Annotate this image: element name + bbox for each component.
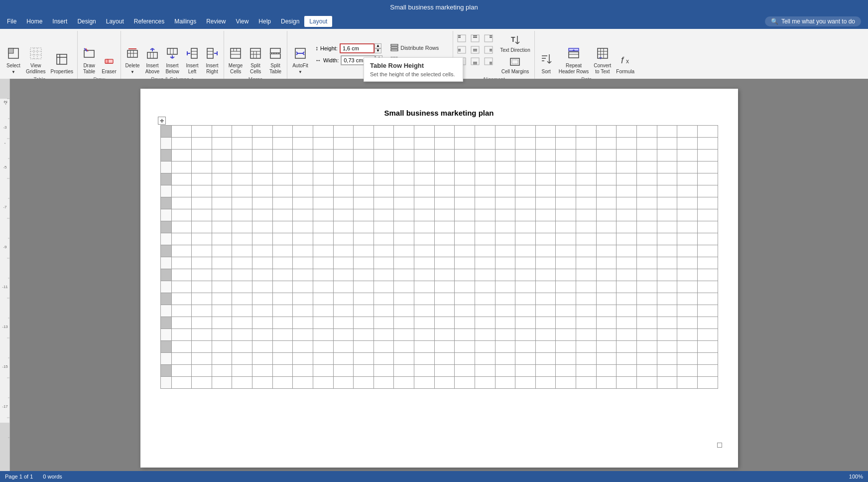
table-cell[interactable] bbox=[434, 161, 455, 173]
autofit-button[interactable]: AutoFit ▼ bbox=[289, 33, 311, 76]
table-cell[interactable] bbox=[192, 305, 212, 317]
table-cell[interactable] bbox=[596, 341, 617, 353]
table-cell[interactable] bbox=[576, 173, 597, 185]
table-cell[interactable] bbox=[515, 138, 536, 150]
table-cell[interactable] bbox=[212, 329, 232, 341]
table-cell[interactable] bbox=[252, 221, 273, 233]
table-cell[interactable] bbox=[414, 305, 435, 317]
table-cell[interactable] bbox=[617, 293, 637, 305]
table-cell[interactable] bbox=[192, 329, 212, 341]
table-cell[interactable] bbox=[333, 233, 354, 245]
table-cell[interactable] bbox=[636, 138, 657, 150]
table-cell[interactable] bbox=[617, 341, 637, 353]
table-cell[interactable] bbox=[677, 305, 698, 317]
table-cell[interactable] bbox=[414, 138, 435, 150]
table-cell[interactable] bbox=[333, 185, 354, 197]
table-cell[interactable] bbox=[576, 233, 597, 245]
table-cell[interactable] bbox=[515, 173, 536, 185]
table-cell[interactable] bbox=[657, 126, 677, 138]
table-cell[interactable] bbox=[313, 221, 333, 233]
table-cell[interactable] bbox=[192, 161, 212, 173]
table-cell[interactable] bbox=[576, 245, 597, 257]
table-cell[interactable] bbox=[535, 209, 556, 221]
table-cell[interactable] bbox=[495, 185, 515, 197]
table-cell[interactable] bbox=[171, 161, 192, 173]
text-direction-button[interactable]: T Text Direction bbox=[498, 33, 532, 54]
table-cell[interactable] bbox=[354, 245, 374, 257]
table-cell[interactable] bbox=[617, 281, 637, 293]
table-cell[interactable] bbox=[596, 161, 617, 173]
table-cell[interactable] bbox=[373, 293, 394, 305]
table-cell[interactable] bbox=[576, 341, 597, 353]
table-cell[interactable] bbox=[475, 138, 495, 150]
table-cell[interactable] bbox=[192, 281, 212, 293]
table-cell[interactable] bbox=[192, 185, 212, 197]
table-cell[interactable] bbox=[576, 161, 597, 173]
table-cell[interactable] bbox=[495, 161, 515, 173]
table-cell[interactable] bbox=[232, 305, 252, 317]
table-cell[interactable] bbox=[455, 209, 475, 221]
table-cell[interactable] bbox=[272, 185, 293, 197]
table-cell[interactable] bbox=[160, 173, 171, 185]
table-cell[interactable] bbox=[313, 173, 333, 185]
table-cell[interactable] bbox=[272, 173, 293, 185]
table-cell[interactable] bbox=[171, 377, 192, 389]
table-cell[interactable] bbox=[232, 245, 252, 257]
table-cell[interactable] bbox=[495, 138, 515, 150]
table-cell[interactable] bbox=[171, 305, 192, 317]
table-cell[interactable] bbox=[232, 317, 252, 329]
table-cell[interactable] bbox=[434, 233, 455, 245]
table-cell[interactable] bbox=[434, 209, 455, 221]
table-cell[interactable] bbox=[373, 126, 394, 138]
table-cell[interactable] bbox=[636, 161, 657, 173]
table-cell[interactable] bbox=[192, 293, 212, 305]
table-cell[interactable] bbox=[455, 221, 475, 233]
table-cell[interactable] bbox=[212, 341, 232, 353]
view-gridlines-button[interactable]: ViewGridlines bbox=[24, 45, 47, 76]
table-cell[interactable] bbox=[535, 197, 556, 209]
table-cell[interactable] bbox=[313, 245, 333, 257]
table-cell[interactable] bbox=[252, 197, 273, 209]
table-cell[interactable] bbox=[576, 197, 597, 209]
table-cell[interactable] bbox=[333, 197, 354, 209]
table-cell[interactable] bbox=[232, 353, 252, 365]
table-cell[interactable] bbox=[475, 329, 495, 341]
table-cell[interactable] bbox=[596, 377, 617, 389]
table-cell[interactable] bbox=[434, 269, 455, 281]
table-cell[interactable] bbox=[657, 245, 677, 257]
menu-mailings[interactable]: Mailings bbox=[169, 16, 201, 27]
table-cell[interactable] bbox=[373, 150, 394, 161]
menu-view[interactable]: View bbox=[231, 16, 254, 27]
table-cell[interactable] bbox=[535, 305, 556, 317]
align-br-button[interactable] bbox=[482, 56, 495, 67]
table-cell[interactable] bbox=[515, 150, 536, 161]
table-cell[interactable] bbox=[313, 317, 333, 329]
table-cell[interactable] bbox=[455, 150, 475, 161]
insert-left-button[interactable]: InsertLeft bbox=[183, 45, 202, 76]
table-cell[interactable] bbox=[677, 138, 698, 150]
table-cell[interactable] bbox=[414, 126, 435, 138]
table-cell[interactable] bbox=[495, 197, 515, 209]
table-cell[interactable] bbox=[373, 281, 394, 293]
table-cell[interactable] bbox=[576, 377, 597, 389]
table-cell[interactable] bbox=[293, 329, 313, 341]
table-cell[interactable] bbox=[192, 138, 212, 150]
table-cell[interactable] bbox=[272, 245, 293, 257]
table-cell[interactable] bbox=[495, 257, 515, 269]
tell-me-box[interactable]: 🔍 Tell me what you want to do bbox=[765, 16, 861, 26]
table-cell[interactable] bbox=[160, 150, 171, 161]
table-cell[interactable] bbox=[535, 221, 556, 233]
table-cell[interactable] bbox=[455, 293, 475, 305]
table-cell[interactable] bbox=[252, 353, 273, 365]
table-cell[interactable] bbox=[192, 257, 212, 269]
table-cell[interactable] bbox=[535, 257, 556, 269]
table-cell[interactable] bbox=[636, 221, 657, 233]
table-cell[interactable] bbox=[232, 197, 252, 209]
table-cell[interactable] bbox=[657, 281, 677, 293]
table-cell[interactable] bbox=[617, 221, 637, 233]
table-cell[interactable] bbox=[414, 293, 435, 305]
table-cell[interactable] bbox=[160, 317, 171, 329]
table-cell[interactable] bbox=[414, 245, 435, 257]
table-cell[interactable] bbox=[160, 281, 171, 293]
table-cell[interactable] bbox=[414, 173, 435, 185]
